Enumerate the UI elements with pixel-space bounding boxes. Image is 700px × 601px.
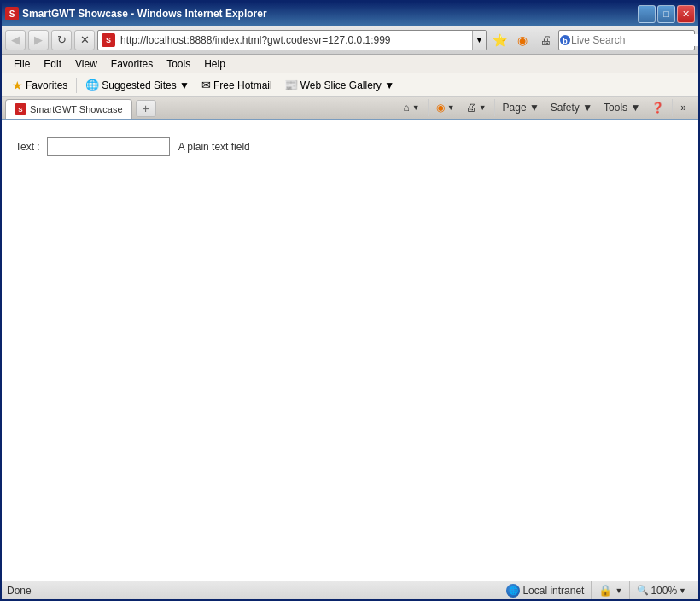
maximize-button[interactable]: □ bbox=[657, 5, 675, 23]
menu-favorites[interactable]: Favorites bbox=[104, 56, 160, 72]
nav-bar: ◀ ▶ ↻ ✕ S ▼ ⭐ ◉ 🖨 b 🔍 bbox=[2, 26, 698, 55]
title-bar: S SmartGWT Showcase - Windows Internet E… bbox=[2, 2, 698, 26]
free-hotmail-label: Free Hotmail bbox=[213, 79, 272, 91]
window-controls: – □ ✕ bbox=[638, 5, 695, 23]
fav-divider-1 bbox=[76, 78, 77, 93]
toolbar-sep-1 bbox=[428, 99, 429, 116]
menu-tools[interactable]: Tools bbox=[160, 56, 197, 72]
address-dropdown-button[interactable]: ▼ bbox=[472, 31, 486, 50]
favorites-star-button[interactable]: ⭐ bbox=[489, 30, 510, 50]
svg-text:b: b bbox=[563, 37, 568, 45]
safety-menu-button[interactable]: Safety ▼ bbox=[545, 100, 598, 115]
menu-bar: File Edit View Favorites Tools Help bbox=[2, 55, 698, 73]
rss-button[interactable]: ◉ bbox=[512, 30, 533, 50]
tab-label: SmartGWT Showcase bbox=[30, 104, 123, 114]
suggested-sites-icon: 🌐 bbox=[85, 79, 99, 91]
free-hotmail-item[interactable]: ✉ Free Hotmail bbox=[196, 77, 277, 93]
address-favicon: S bbox=[102, 33, 115, 47]
security-section[interactable]: 🔒 ▼ bbox=[591, 581, 629, 599]
title-bar-title: SmartGWT Showcase - Windows Internet Exp… bbox=[22, 8, 267, 20]
close-button[interactable]: ✕ bbox=[677, 5, 695, 23]
address-bar-container: S ▼ bbox=[97, 30, 487, 50]
help-icon: ❓ bbox=[651, 102, 664, 114]
print-icon: 🖨 bbox=[466, 102, 476, 114]
favorites-button[interactable]: ★ Favorites bbox=[7, 77, 73, 94]
print-dropdown-icon: ▼ bbox=[479, 103, 487, 112]
feeds-button[interactable]: ◉ ▼ bbox=[431, 100, 460, 115]
menu-file[interactable]: File bbox=[7, 56, 37, 72]
text-field-description: A plain text field bbox=[178, 141, 250, 153]
home-icon: ⌂ bbox=[404, 102, 410, 114]
search-engine-icon: b bbox=[559, 32, 571, 49]
search-container: b 🔍 bbox=[558, 30, 695, 50]
lock-icon: 🔒 bbox=[598, 584, 612, 598]
web-slice-gallery-item[interactable]: 📰 Web Slice Gallery ▼ bbox=[279, 77, 400, 93]
home-button[interactable]: ⌂ ▼ bbox=[399, 100, 425, 115]
browser-window: S SmartGWT Showcase - Windows Internet E… bbox=[0, 0, 700, 601]
back-button[interactable]: ◀ bbox=[5, 30, 26, 50]
new-tab-button[interactable]: + bbox=[136, 100, 156, 117]
text-field-label: Text : bbox=[15, 141, 40, 153]
tab-toolbar-area: S SmartGWT Showcase + ⌂ ▼ ◉ ▼ 🖨 ▼ bbox=[2, 97, 698, 120]
feeds-dropdown-icon: ▼ bbox=[447, 103, 455, 112]
status-text: Done bbox=[7, 585, 499, 597]
zoom-icon: 🔍 bbox=[637, 585, 649, 596]
menu-view[interactable]: View bbox=[68, 56, 104, 72]
print-button[interactable]: 🖨 bbox=[535, 30, 556, 50]
stop-button[interactable]: ✕ bbox=[74, 30, 95, 50]
tools-menu-button[interactable]: Tools ▼ bbox=[598, 100, 645, 115]
tab-favicon: S bbox=[15, 103, 26, 115]
toolbar-sep-3 bbox=[672, 99, 673, 116]
tab-smartgwt[interactable]: S SmartGWT Showcase bbox=[5, 99, 132, 119]
tools-label: Tools ▼ bbox=[604, 102, 640, 114]
toolbar-sep-2 bbox=[494, 99, 495, 116]
zoom-dropdown-icon: ▼ bbox=[679, 586, 686, 595]
zoom-section[interactable]: 🔍 100% ▼ bbox=[629, 581, 693, 599]
favorites-star-icon: ★ bbox=[12, 79, 23, 92]
text-field-row: Text : A plain text field bbox=[15, 137, 685, 156]
more-tools-button[interactable]: » bbox=[675, 100, 691, 115]
forward-button[interactable]: ▶ bbox=[28, 30, 49, 50]
hotmail-icon: ✉ bbox=[201, 79, 211, 91]
content-area: Text : A plain text field bbox=[2, 120, 698, 581]
page-menu-button[interactable]: Page ▼ bbox=[498, 100, 545, 115]
web-slice-icon: 📰 bbox=[284, 79, 298, 91]
home-dropdown-icon: ▼ bbox=[412, 103, 420, 112]
search-input[interactable] bbox=[571, 34, 699, 46]
web-slice-gallery-label: Web Slice Gallery ▼ bbox=[300, 79, 394, 91]
globe-icon: 🌐 bbox=[506, 584, 520, 598]
favorites-label: Favorites bbox=[26, 79, 67, 91]
zoom-label: 100% bbox=[650, 585, 677, 597]
more-icon: » bbox=[680, 102, 686, 114]
page-label: Page ▼ bbox=[503, 102, 540, 114]
text-field-input[interactable] bbox=[47, 137, 170, 156]
address-input[interactable] bbox=[119, 34, 472, 46]
title-bar-left: S SmartGWT Showcase - Windows Internet E… bbox=[5, 7, 267, 20]
suggested-sites-label: Suggested Sites ▼ bbox=[102, 79, 190, 91]
title-bar-icon: S bbox=[5, 7, 19, 20]
suggested-sites-item[interactable]: 🌐 Suggested Sites ▼ bbox=[80, 77, 195, 93]
refresh-button[interactable]: ↻ bbox=[51, 30, 72, 50]
safety-label: Safety ▼ bbox=[551, 102, 592, 114]
favorites-bar: ★ Favorites 🌐 Suggested Sites ▼ ✉ Free H… bbox=[2, 73, 698, 97]
help-toolbar-button[interactable]: ❓ bbox=[646, 100, 669, 115]
address-icon: S bbox=[100, 32, 117, 49]
menu-edit[interactable]: Edit bbox=[37, 56, 68, 72]
intranet-section: 🌐 Local intranet bbox=[499, 581, 591, 599]
print-toolbar-button[interactable]: 🖨 ▼ bbox=[461, 100, 492, 115]
menu-help[interactable]: Help bbox=[197, 56, 232, 72]
minimize-button[interactable]: – bbox=[638, 5, 656, 23]
security-dropdown-icon: ▼ bbox=[615, 586, 622, 595]
feeds-icon: ◉ bbox=[436, 102, 445, 114]
intranet-label: Local intranet bbox=[522, 585, 584, 597]
status-bar: Done 🌐 Local intranet 🔒 ▼ 🔍 100% ▼ bbox=[2, 581, 698, 599]
